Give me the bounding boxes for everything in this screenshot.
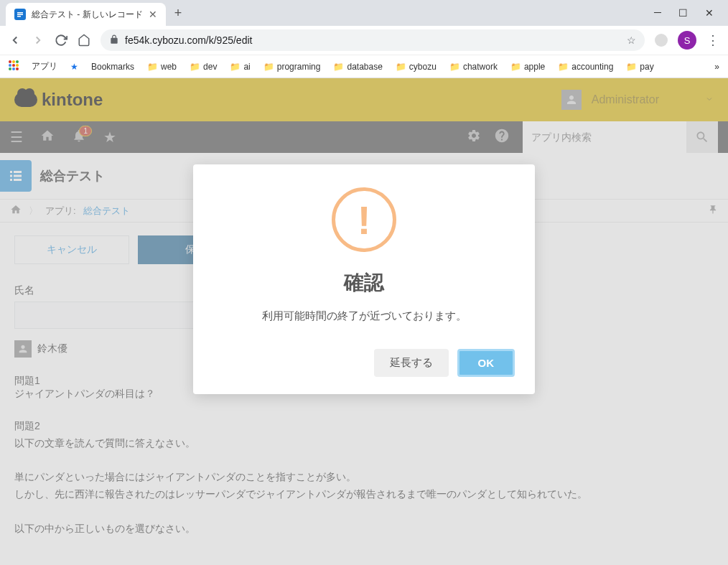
- forward-icon[interactable]: [32, 34, 45, 47]
- bookmark-folder-cybozu[interactable]: 📁cybozu: [396, 62, 437, 72]
- bookmark-folder-accounting[interactable]: 📁accounting: [558, 62, 613, 72]
- folder-icon: 📁: [147, 62, 158, 72]
- bookmark-folder-chatwork[interactable]: 📁chatwork: [449, 62, 498, 72]
- svg-point-9: [9, 67, 11, 70]
- tab-bar: 総合テスト - 新しいレコード ✕ + ─ ☐ ✕: [0, 0, 728, 26]
- reload-icon[interactable]: [55, 34, 67, 47]
- close-window-icon[interactable]: ✕: [705, 7, 714, 19]
- folder-icon: 📁: [263, 62, 274, 72]
- folder-icon: 📁: [396, 62, 406, 72]
- window-controls: ─ ☐ ✕: [654, 7, 728, 19]
- nav-bar: fe54k.cybozu.com/k/925/edit ☆ S ⋮: [0, 26, 728, 55]
- svg-point-11: [16, 67, 19, 70]
- bookmark-folder-programing[interactable]: 📁programing: [263, 62, 321, 72]
- tab-favicon-icon: [14, 9, 26, 20]
- minimize-icon[interactable]: ─: [654, 7, 661, 19]
- chrome-menu-icon[interactable]: ⋮: [706, 32, 719, 48]
- bookmark-folder-web[interactable]: 📁web: [147, 62, 177, 72]
- back-icon[interactable]: [9, 34, 22, 47]
- modal-message: 利用可能時間の終了が近づいております。: [213, 309, 515, 323]
- folder-icon: 📁: [558, 62, 569, 72]
- modal-overlay: ! 確認 利用可能時間の終了が近づいております。 延長する OK: [0, 78, 728, 565]
- new-tab-icon[interactable]: +: [174, 6, 182, 21]
- apps-grid-icon[interactable]: [9, 60, 19, 73]
- bookmarks-bar: アプリ ★ Bookmarks 📁web 📁dev 📁ai 📁programin…: [0, 55, 728, 78]
- folder-icon: 📁: [626, 62, 637, 72]
- modal-buttons: 延長する OK: [213, 349, 515, 377]
- svg-point-5: [16, 60, 19, 63]
- bookmark-folder-ai[interactable]: 📁ai: [230, 62, 250, 72]
- confirm-modal: ! 確認 利用可能時間の終了が近づいております。 延長する OK: [193, 164, 535, 394]
- browser-tab[interactable]: 総合テスト - 新しいレコード ✕: [6, 3, 166, 26]
- lock-icon: [109, 34, 119, 47]
- svg-point-10: [12, 67, 15, 70]
- bookmarks-overflow-icon[interactable]: »: [714, 62, 719, 72]
- folder-icon: 📁: [230, 62, 241, 72]
- folder-icon: 📁: [333, 62, 344, 72]
- svg-point-6: [9, 64, 11, 67]
- extension-icon[interactable]: [655, 34, 668, 47]
- tab-close-icon[interactable]: ✕: [149, 9, 157, 20]
- bookmark-folder-database[interactable]: 📁database: [333, 62, 382, 72]
- svg-rect-2: [17, 16, 21, 17]
- profile-avatar[interactable]: S: [678, 31, 696, 50]
- url-bar[interactable]: fe54k.cybozu.com/k/925/edit ☆: [101, 29, 645, 51]
- modal-extend-button[interactable]: 延長する: [374, 349, 449, 377]
- maximize-icon[interactable]: ☐: [678, 7, 688, 19]
- folder-icon: 📁: [190, 62, 200, 72]
- tab-title: 総合テスト - 新しいレコード: [32, 9, 143, 21]
- svg-point-8: [16, 64, 19, 67]
- bookmark-star-icon[interactable]: ☆: [627, 34, 636, 46]
- svg-rect-0: [17, 12, 23, 14]
- bookmark-folder-dev[interactable]: 📁dev: [190, 62, 217, 72]
- bookmark-folder-apple[interactable]: 📁apple: [510, 62, 545, 72]
- apps-label[interactable]: アプリ: [32, 60, 57, 73]
- folder-icon: 📁: [510, 62, 521, 72]
- svg-point-4: [12, 60, 15, 63]
- bookmark-folder-pay[interactable]: 📁pay: [626, 62, 653, 72]
- url-text: fe54k.cybozu.com/k/925/edit: [125, 34, 252, 46]
- svg-point-3: [9, 60, 11, 63]
- modal-ok-button[interactable]: OK: [457, 349, 515, 377]
- browser-chrome: 総合テスト - 新しいレコード ✕ + ─ ☐ ✕ fe54k.cybozu.c…: [0, 0, 728, 78]
- home-nav-icon[interactable]: [78, 34, 90, 47]
- warning-icon: !: [332, 187, 396, 252]
- svg-point-7: [12, 64, 15, 67]
- bookmarks-label[interactable]: Bookmarks: [91, 62, 134, 72]
- folder-icon: 📁: [449, 62, 460, 72]
- bookmarks-star-icon: ★: [70, 62, 78, 72]
- svg-rect-1: [17, 14, 23, 16]
- modal-title: 確認: [213, 269, 515, 296]
